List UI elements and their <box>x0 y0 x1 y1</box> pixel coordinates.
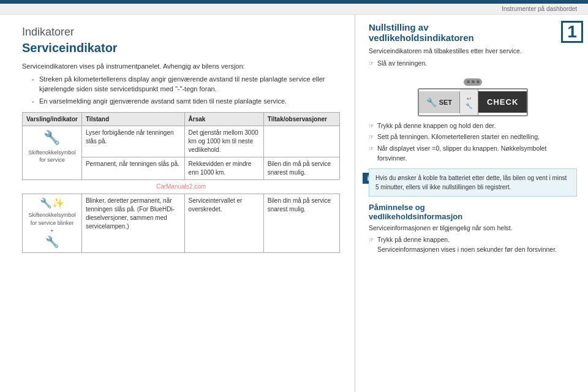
arsak-1: Det gjenstår mellom 3000 km og 1000 km t… <box>184 126 263 157</box>
page-header: Instrumenter på dashbordet <box>0 4 588 15</box>
bullet-item-1: Streken på kilometertellerens display an… <box>32 74 340 94</box>
icon-cell-1: 🔧 Skiftenokkelsymbolfor service <box>23 126 82 180</box>
info-text: Hvis du ønsker å koble fra batteriet ett… <box>375 175 567 190</box>
icon-cell-2: 🔧✨ Skiftenokkelsymbolfor service blinker… <box>23 194 82 253</box>
dot <box>477 80 480 83</box>
divider-arrow2: 🔧 <box>466 103 472 109</box>
icon-label-1: Skiftenokkelsymbolfor service <box>26 149 78 164</box>
set-label: SET <box>439 99 452 106</box>
info-box-container: i Hvis du ønsker å koble fra batteriet e… <box>369 168 577 197</box>
table-row: 🔧✨ Skiftenokkelsymbolfor service blinker… <box>23 194 340 253</box>
tilstand-3: Blinker, deretter permanent, når tenning… <box>81 194 184 253</box>
dot-row <box>464 78 482 86</box>
col-header-4: Tiltak/observasjoner <box>263 113 339 126</box>
sub-intro: Serviceinformasjonen er tilgjengelig når… <box>369 224 577 233</box>
icon-label-2: Skiftenokkelsymbolfor service blinker+ <box>26 211 78 235</box>
right-intro: Serviceindikatoren må tilbakestilles ett… <box>369 47 577 56</box>
right-subheading: Påminnelse ogvedlikeholdsinformasjon <box>369 203 577 221</box>
table-row: 🔧 Skiftenokkelsymbolfor service Lyser fo… <box>23 126 340 157</box>
divider-arrow1: ↩ <box>467 96 472 102</box>
col-header-2: Tilstand <box>81 113 184 126</box>
tiltak-3: Bilen din må på service snarest mulig. <box>263 194 339 253</box>
step-1: Trykk på denne knappen og hold den der. <box>369 121 577 131</box>
wrench-icon: 🔧 <box>26 129 78 148</box>
arsak-3: Serviceintervallet er overskredet. <box>184 194 263 253</box>
header-title: Instrumenter på dashbordet <box>502 6 577 12</box>
wrench2-icon: 🔧 <box>45 236 59 248</box>
divider-section: ↩ 🔧 <box>460 89 478 115</box>
check-button[interactable]: CHECK <box>478 91 527 113</box>
tiltak-2: Bilen din må på service snarest mulig. <box>263 157 339 180</box>
dot <box>467 80 470 83</box>
step-3: Når displayet viser =0, slipper du knapp… <box>369 144 577 164</box>
control-buttons: 🔧 SET ↩ 🔧 CHECK <box>418 88 529 116</box>
section-title: Indikatorer <box>22 26 340 39</box>
sub-step-1: Trykk på denne knappen.Serviceinformasjo… <box>369 235 577 255</box>
watermark-row: CarManuals2.com <box>23 180 340 194</box>
right-heading: Nullstilling avvedlikeholdsindikatoren <box>369 22 552 43</box>
col-header-1: Varsling/indikator <box>23 113 82 126</box>
wrench-set-icon: 🔧 <box>426 97 437 107</box>
dot <box>472 80 475 83</box>
right-panel: 1 Nullstilling avvedlikeholdsindikatoren… <box>355 15 588 392</box>
tilstand-1: Lyser forbigående når tenningen slås på. <box>81 126 184 157</box>
info-box: Hvis du ønsker å koble fra batteriet ett… <box>369 168 577 197</box>
wrench-blink-icon: 🔧✨ <box>26 197 78 210</box>
step-2: Sett på tenningen. Kilometertelleren sta… <box>369 132 577 142</box>
step-0: Slå av tenningen. <box>369 59 577 69</box>
btn-dots-row <box>369 78 577 86</box>
service-table: Varsling/indikator Tilstand Årsak Tiltak… <box>22 112 340 253</box>
section-number-badge: 1 <box>561 21 583 43</box>
check-label: CHECK <box>487 97 518 107</box>
tiltak-1 <box>263 126 339 157</box>
set-button[interactable]: 🔧 SET <box>419 91 460 113</box>
watermark-text: CarManuals2.com <box>23 183 340 191</box>
bullet-item-2: En varselmelding angir gjenværende avsta… <box>32 96 340 107</box>
left-panel: Indikatorer Serviceindikator Serviceindi… <box>0 15 355 392</box>
tilstand-2: Permanent, når tenningen slås på. <box>81 157 184 180</box>
col-header-3: Årsak <box>184 113 263 126</box>
intro-paragraph: Serviceindikatoren vises på instrumentpa… <box>22 61 340 72</box>
arsak-2: Rekkevidden er mindre enn 1000 km. <box>184 157 263 180</box>
page-subtitle: Serviceindikator <box>22 41 340 55</box>
bullet-list: Streken på kilometertellerens display an… <box>32 74 340 107</box>
